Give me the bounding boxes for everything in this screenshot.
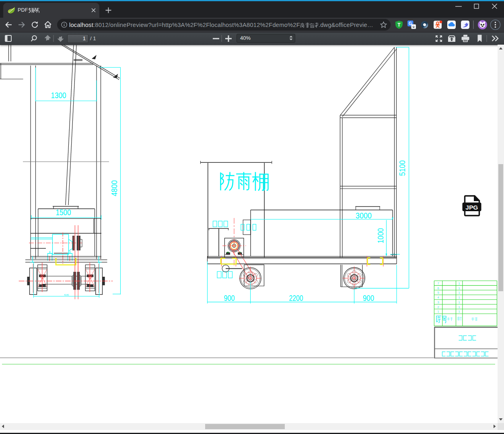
svg-text:2200: 2200 — [289, 294, 303, 302]
svg-text:1: 1 — [458, 291, 460, 294]
svg-text:1: 1 — [458, 305, 460, 309]
svg-text:3: 3 — [437, 300, 439, 304]
svg-text:1500: 1500 — [56, 208, 71, 217]
svg-text:5100: 5100 — [398, 160, 407, 176]
svg-text:6: 6 — [437, 286, 439, 290]
svg-text:1: 1 — [437, 310, 439, 313]
svg-text:1300: 1300 — [51, 91, 66, 100]
svg-text:2: 2 — [437, 305, 439, 309]
svg-text:1000: 1000 — [376, 228, 385, 243]
svg-text:900: 900 — [224, 294, 235, 302]
svg-text:1: 1 — [458, 296, 460, 299]
svg-text:1: 1 — [458, 310, 460, 313]
svg-text:7: 7 — [437, 282, 439, 285]
svg-text:4140: 4140 — [64, 294, 69, 296]
svg-text:JPG: JPG — [465, 204, 478, 211]
svg-text:3000: 3000 — [356, 211, 372, 220]
svg-text:4800: 4800 — [110, 180, 119, 196]
svg-text:1: 1 — [458, 282, 460, 285]
svg-text:1: 1 — [458, 300, 460, 304]
svg-text:T: T — [397, 22, 401, 28]
svg-text:900: 900 — [363, 294, 374, 302]
svg-text:5: 5 — [437, 291, 439, 294]
svg-text:1: 1 — [458, 286, 460, 290]
svg-text:4: 4 — [437, 296, 439, 299]
